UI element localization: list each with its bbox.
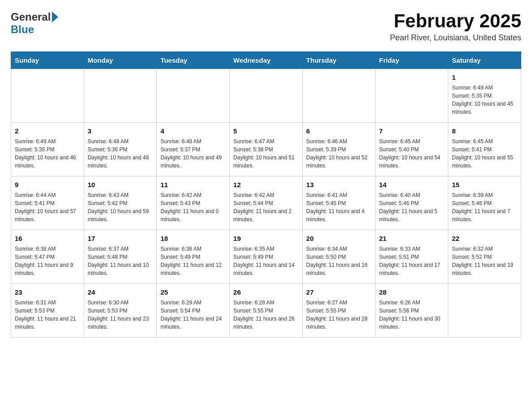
- sun-info: Sunrise: 6:44 AMSunset: 5:41 PMDaylight:…: [15, 191, 80, 223]
- logo-general-text: General: [11, 11, 51, 23]
- sun-info: Sunrise: 6:49 AMSunset: 5:35 PMDaylight:…: [452, 84, 517, 116]
- day-number: 24: [88, 287, 153, 298]
- day-number: 11: [160, 180, 226, 190]
- calendar-week-row: 23Sunrise: 6:31 AMSunset: 5:53 PMDayligh…: [11, 284, 521, 338]
- page-header: General Blue February 2025 Pearl River, …: [11, 11, 521, 43]
- day-number: 4: [160, 126, 226, 137]
- calendar-header-row: SundayMondayTuesdayWednesdayThursdayFrid…: [11, 52, 521, 69]
- day-header-tuesday: Tuesday: [157, 52, 230, 69]
- sun-info: Sunrise: 6:48 AMSunset: 5:36 PMDaylight:…: [88, 137, 153, 170]
- sun-info: Sunrise: 6:29 AMSunset: 5:54 PMDaylight:…: [160, 299, 226, 331]
- calendar-cell: 16Sunrise: 6:38 AMSunset: 5:47 PMDayligh…: [11, 230, 84, 284]
- calendar-cell: 7Sunrise: 6:45 AMSunset: 5:40 PMDaylight…: [375, 123, 448, 176]
- sun-info: Sunrise: 6:48 AMSunset: 5:37 PMDaylight:…: [160, 137, 226, 170]
- calendar-cell: 24Sunrise: 6:30 AMSunset: 5:53 PMDayligh…: [84, 284, 157, 338]
- sun-info: Sunrise: 6:27 AMSunset: 5:55 PMDaylight:…: [306, 299, 372, 331]
- logo-blue-text: Blue: [11, 23, 34, 35]
- day-header-sunday: Sunday: [11, 52, 84, 69]
- logo: General Blue: [11, 11, 58, 36]
- sun-info: Sunrise: 6:43 AMSunset: 5:42 PMDaylight:…: [88, 191, 153, 223]
- calendar-cell: 4Sunrise: 6:48 AMSunset: 5:37 PMDaylight…: [157, 123, 230, 176]
- sun-info: Sunrise: 6:42 AMSunset: 5:44 PMDaylight:…: [233, 191, 299, 223]
- calendar-cell: [84, 69, 157, 123]
- calendar-cell: 28Sunrise: 6:26 AMSunset: 5:56 PMDayligh…: [375, 284, 448, 338]
- day-number: 9: [15, 180, 80, 190]
- sun-info: Sunrise: 6:32 AMSunset: 5:52 PMDaylight:…: [452, 245, 517, 277]
- calendar-cell: 1Sunrise: 6:49 AMSunset: 5:35 PMDaylight…: [448, 69, 521, 123]
- sun-info: Sunrise: 6:33 AMSunset: 5:51 PMDaylight:…: [379, 245, 445, 277]
- calendar-cell: [375, 69, 448, 123]
- calendar-week-row: 1Sunrise: 6:49 AMSunset: 5:35 PMDaylight…: [11, 69, 521, 123]
- day-number: 17: [88, 234, 153, 244]
- calendar-cell: 11Sunrise: 6:42 AMSunset: 5:43 PMDayligh…: [157, 176, 230, 230]
- sun-info: Sunrise: 6:42 AMSunset: 5:43 PMDaylight:…: [160, 191, 226, 223]
- calendar-cell: 10Sunrise: 6:43 AMSunset: 5:42 PMDayligh…: [84, 176, 157, 230]
- sun-info: Sunrise: 6:30 AMSunset: 5:53 PMDaylight:…: [88, 299, 153, 331]
- day-number: 23: [15, 287, 80, 298]
- calendar-cell: 12Sunrise: 6:42 AMSunset: 5:44 PMDayligh…: [230, 176, 303, 230]
- day-number: 22: [452, 234, 517, 244]
- calendar-cell: 15Sunrise: 6:39 AMSunset: 5:46 PMDayligh…: [448, 176, 521, 230]
- day-number: 1: [452, 73, 517, 83]
- calendar-cell: 21Sunrise: 6:33 AMSunset: 5:51 PMDayligh…: [375, 230, 448, 284]
- day-number: 12: [233, 180, 299, 190]
- day-header-thursday: Thursday: [302, 52, 375, 69]
- day-number: 5: [233, 126, 299, 137]
- calendar-cell: 27Sunrise: 6:27 AMSunset: 5:55 PMDayligh…: [302, 284, 375, 338]
- sun-info: Sunrise: 6:45 AMSunset: 5:40 PMDaylight:…: [379, 137, 445, 170]
- calendar-week-row: 16Sunrise: 6:38 AMSunset: 5:47 PMDayligh…: [11, 230, 521, 284]
- day-number: 26: [233, 287, 299, 298]
- sun-info: Sunrise: 6:41 AMSunset: 5:45 PMDaylight:…: [306, 191, 372, 223]
- day-header-wednesday: Wednesday: [230, 52, 303, 69]
- sun-info: Sunrise: 6:39 AMSunset: 5:46 PMDaylight:…: [452, 191, 517, 223]
- logo-arrow-icon: [52, 12, 58, 22]
- calendar-cell: 18Sunrise: 6:36 AMSunset: 5:49 PMDayligh…: [157, 230, 230, 284]
- calendar-cell: 22Sunrise: 6:32 AMSunset: 5:52 PMDayligh…: [448, 230, 521, 284]
- calendar-cell: 17Sunrise: 6:37 AMSunset: 5:48 PMDayligh…: [84, 230, 157, 284]
- day-number: 27: [306, 287, 372, 298]
- calendar-cell: [11, 69, 84, 123]
- sun-info: Sunrise: 6:36 AMSunset: 5:49 PMDaylight:…: [160, 245, 226, 277]
- calendar-cell: 14Sunrise: 6:40 AMSunset: 5:46 PMDayligh…: [375, 176, 448, 230]
- sun-info: Sunrise: 6:37 AMSunset: 5:48 PMDaylight:…: [88, 245, 153, 277]
- month-title: February 2025: [390, 11, 521, 31]
- calendar-week-row: 2Sunrise: 6:49 AMSunset: 5:35 PMDaylight…: [11, 123, 521, 176]
- sun-info: Sunrise: 6:49 AMSunset: 5:35 PMDaylight:…: [15, 137, 80, 170]
- calendar-cell: [230, 69, 303, 123]
- sun-info: Sunrise: 6:40 AMSunset: 5:46 PMDaylight:…: [379, 191, 445, 223]
- calendar-cell: 26Sunrise: 6:28 AMSunset: 5:55 PMDayligh…: [230, 284, 303, 338]
- day-number: 6: [306, 126, 372, 137]
- location-title: Pearl River, Louisiana, United States: [390, 33, 521, 43]
- day-number: 8: [452, 126, 517, 137]
- sun-info: Sunrise: 6:45 AMSunset: 5:41 PMDaylight:…: [452, 137, 517, 170]
- calendar-cell: 2Sunrise: 6:49 AMSunset: 5:35 PMDaylight…: [11, 123, 84, 176]
- calendar-cell: 3Sunrise: 6:48 AMSunset: 5:36 PMDaylight…: [84, 123, 157, 176]
- calendar-cell: 23Sunrise: 6:31 AMSunset: 5:53 PMDayligh…: [11, 284, 84, 338]
- sun-info: Sunrise: 6:46 AMSunset: 5:39 PMDaylight:…: [306, 137, 372, 170]
- calendar-cell: [157, 69, 230, 123]
- calendar-table: SundayMondayTuesdayWednesdayThursdayFrid…: [11, 51, 521, 338]
- sun-info: Sunrise: 6:35 AMSunset: 5:49 PMDaylight:…: [233, 245, 299, 277]
- day-header-monday: Monday: [84, 52, 157, 69]
- day-number: 16: [15, 234, 80, 244]
- calendar-cell: 25Sunrise: 6:29 AMSunset: 5:54 PMDayligh…: [157, 284, 230, 338]
- sun-info: Sunrise: 6:26 AMSunset: 5:56 PMDaylight:…: [379, 299, 445, 331]
- sun-info: Sunrise: 6:47 AMSunset: 5:38 PMDaylight:…: [233, 137, 299, 170]
- sun-info: Sunrise: 6:28 AMSunset: 5:55 PMDaylight:…: [233, 299, 299, 331]
- day-number: 20: [306, 234, 372, 244]
- sun-info: Sunrise: 6:31 AMSunset: 5:53 PMDaylight:…: [15, 299, 80, 331]
- day-number: 3: [88, 126, 153, 137]
- calendar-cell: 19Sunrise: 6:35 AMSunset: 5:49 PMDayligh…: [230, 230, 303, 284]
- sun-info: Sunrise: 6:34 AMSunset: 5:50 PMDaylight:…: [306, 245, 372, 277]
- calendar-cell: 20Sunrise: 6:34 AMSunset: 5:50 PMDayligh…: [302, 230, 375, 284]
- calendar-cell: 5Sunrise: 6:47 AMSunset: 5:38 PMDaylight…: [230, 123, 303, 176]
- day-number: 7: [379, 126, 445, 137]
- day-number: 28: [379, 287, 445, 298]
- day-number: 19: [233, 234, 299, 244]
- day-number: 25: [160, 287, 226, 298]
- day-number: 18: [160, 234, 226, 244]
- calendar-week-row: 9Sunrise: 6:44 AMSunset: 5:41 PMDaylight…: [11, 176, 521, 230]
- calendar-cell: 8Sunrise: 6:45 AMSunset: 5:41 PMDaylight…: [448, 123, 521, 176]
- day-number: 13: [306, 180, 372, 190]
- day-number: 14: [379, 180, 445, 190]
